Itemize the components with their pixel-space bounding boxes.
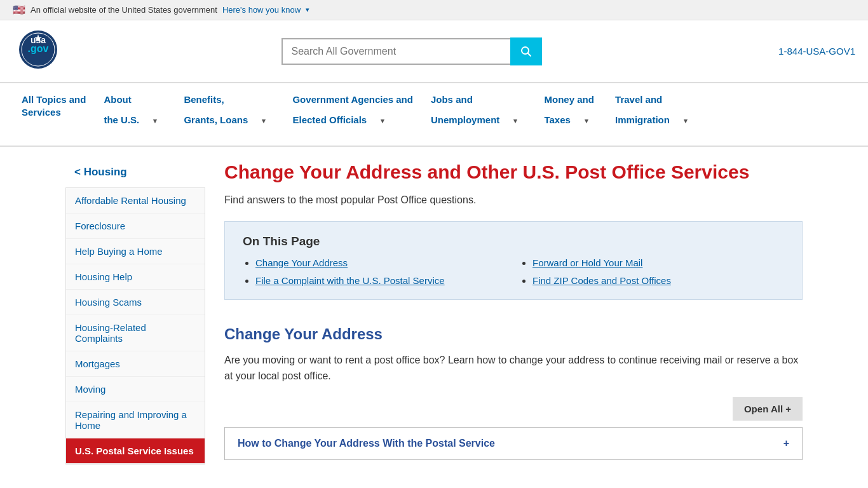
nav-item-government[interactable]: Government Agencies andElected Officials… <box>283 83 422 146</box>
nav-link-jobs[interactable]: Jobs andUnemployment ▾ <box>422 83 536 146</box>
nav-link-all-topics[interactable]: All Topics andServices <box>13 83 95 128</box>
nav-item-travel[interactable]: Travel andImmigration ▾ <box>606 83 705 146</box>
on-this-page-item-find-zip[interactable]: Find ZIP Codes and Post Offices <box>532 275 784 287</box>
nav-link-travel[interactable]: Travel andImmigration ▾ <box>606 83 705 146</box>
nav-item-about[interactable]: Aboutthe U.S. ▾ <box>95 83 175 146</box>
sidebar-link-usps[interactable]: U.S. Postal Service Issues <box>66 438 205 464</box>
sidebar-item-help-buying[interactable]: Help Buying a Home <box>66 239 205 264</box>
nav-list: All Topics andServices Aboutthe U.S. ▾ B… <box>13 83 855 146</box>
accordion-plus-icon: + <box>783 438 789 449</box>
sidebar-link-affordable[interactable]: Affordable Rental Housing <box>66 188 205 214</box>
sidebar-item-housing-complaints[interactable]: Housing-Related Complaints <box>66 315 205 351</box>
link-forward-hold[interactable]: Forward or Hold Your Mail <box>532 257 642 268</box>
sidebar-link-help-buying[interactable]: Help Buying a Home <box>66 239 205 264</box>
on-this-page-item-change-address[interactable]: Change Your Address <box>255 257 507 269</box>
sidebar-nav: Affordable Rental Housing Foreclosure He… <box>65 188 205 464</box>
sidebar-item-affordable[interactable]: Affordable Rental Housing <box>66 188 205 214</box>
nav-item-jobs[interactable]: Jobs andUnemployment ▾ <box>422 83 536 146</box>
sidebar-item-housing-scams[interactable]: Housing Scams <box>66 290 205 315</box>
nav-link-about[interactable]: Aboutthe U.S. ▾ <box>95 83 175 146</box>
page-content: Change Your Address and Other U.S. Post … <box>224 159 803 464</box>
sidebar: Housing Affordable Rental Housing Forecl… <box>65 159 205 464</box>
sidebar-item-mortgages[interactable]: Mortgages <box>66 351 205 377</box>
svg-line-6 <box>527 53 531 56</box>
search-button[interactable] <box>510 37 542 65</box>
gov-banner: 🇺🇸 An official website of the United Sta… <box>0 0 868 20</box>
page-subtitle: Find answers to the most popular Post Of… <box>224 194 803 206</box>
main-container: Housing Affordable Rental Housing Forecl… <box>53 147 815 477</box>
sidebar-link-housing-scams[interactable]: Housing Scams <box>66 290 205 315</box>
on-this-page-list: Change Your Address Forward or Hold Your… <box>243 257 784 287</box>
chevron-icon: ▾ <box>372 106 393 135</box>
on-this-page-heading: On This Page <box>243 234 784 248</box>
nav-link-government[interactable]: Government Agencies andElected Officials… <box>283 83 422 146</box>
on-this-page-item-forward-hold[interactable]: Forward or Hold Your Mail <box>532 257 784 269</box>
nav-link-benefits[interactable]: Benefits,Grants, Loans ▾ <box>175 83 283 146</box>
search-input[interactable] <box>281 38 510 65</box>
page-title: Change Your Address and Other U.S. Post … <box>224 159 803 184</box>
sidebar-link-foreclosure[interactable]: Foreclosure <box>66 214 205 239</box>
chevron-icon: ▾ <box>675 106 696 135</box>
logo-container: usa .gov <box>13 29 64 73</box>
phone-link[interactable]: 1-844-USA-GOV1 <box>778 46 855 57</box>
gov-banner-text: An official website of the United States… <box>31 5 217 15</box>
section-title-change-address: Change Your Address <box>224 319 803 343</box>
on-this-page-item-file-complaint[interactable]: File a Complaint with the U.S. Postal Se… <box>255 275 507 287</box>
link-find-zip[interactable]: Find ZIP Codes and Post Offices <box>532 275 671 286</box>
sidebar-item-housing-help[interactable]: Housing Help <box>66 264 205 290</box>
nav-item-benefits[interactable]: Benefits,Grants, Loans ▾ <box>175 83 283 146</box>
sidebar-item-foreclosure[interactable]: Foreclosure <box>66 214 205 239</box>
accordion-title: How to Change Your Address With the Post… <box>238 438 495 449</box>
nav-item-all-topics[interactable]: All Topics andServices <box>13 83 95 146</box>
sidebar-item-moving[interactable]: Moving <box>66 377 205 402</box>
on-this-page-box: On This Page Change Your Address Forward… <box>224 221 803 300</box>
site-header: usa .gov 1-844-USA-GOV1 <box>0 20 868 83</box>
sidebar-link-mortgages[interactable]: Mortgages <box>66 351 205 377</box>
chevron-icon: ▾ <box>505 106 526 135</box>
usagov-logo[interactable]: usa .gov <box>13 29 64 71</box>
link-change-address[interactable]: Change Your Address <box>255 257 348 268</box>
flag-icon: 🇺🇸 <box>13 4 25 16</box>
accordion-item: How to Change Your Address With the Post… <box>224 427 803 460</box>
chevron-icon: ▾ <box>144 106 166 135</box>
nav-link-money[interactable]: Money andTaxes ▾ <box>535 83 606 146</box>
sidebar-link-repairing[interactable]: Repairing and Improving a Home <box>66 402 205 438</box>
sidebar-link-housing-help[interactable]: Housing Help <box>66 264 205 290</box>
heres-how-link[interactable]: Here's how you know <box>222 5 301 15</box>
search-icon <box>520 46 532 57</box>
nav-item-money[interactable]: Money andTaxes ▾ <box>535 83 606 146</box>
chevron-down-icon: ▾ <box>306 6 309 14</box>
link-file-complaint[interactable]: File a Complaint with the U.S. Postal Se… <box>255 275 445 286</box>
sidebar-item-usps[interactable]: U.S. Postal Service Issues <box>66 438 205 464</box>
sidebar-item-repairing[interactable]: Repairing and Improving a Home <box>66 402 205 438</box>
chevron-icon: ▾ <box>253 106 275 135</box>
open-all-button[interactable]: Open All + <box>733 397 803 421</box>
accordion-header[interactable]: How to Change Your Address With the Post… <box>225 428 802 459</box>
svg-text:.gov: .gov <box>28 43 49 54</box>
sidebar-link-moving[interactable]: Moving <box>66 377 205 402</box>
search-area <box>76 37 747 65</box>
section-text-change-address: Are you moving or want to rent a post of… <box>224 352 803 384</box>
sidebar-back-link[interactable]: Housing <box>65 159 205 188</box>
main-nav: All Topics andServices Aboutthe U.S. ▾ B… <box>0 83 868 147</box>
chevron-icon: ▾ <box>576 106 597 135</box>
sidebar-link-housing-complaints[interactable]: Housing-Related Complaints <box>66 315 205 351</box>
